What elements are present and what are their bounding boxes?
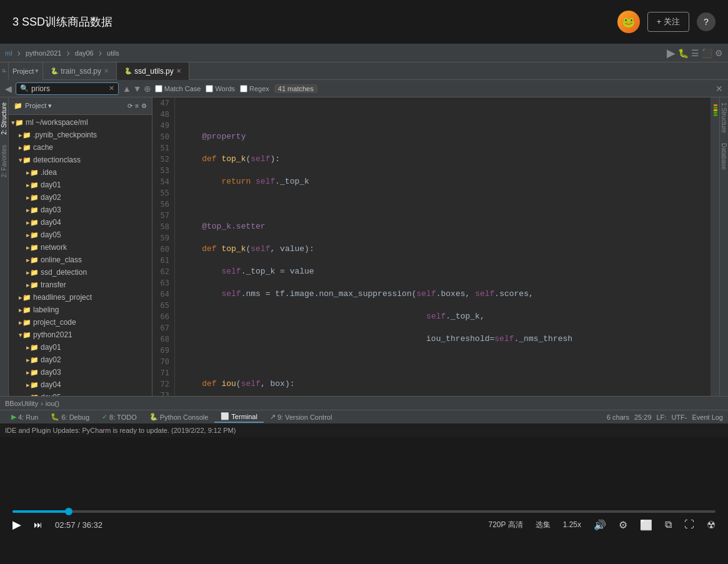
tree-item-dc-day03[interactable]: ▸📁 day03	[9, 204, 152, 216]
debug-btn[interactable]: 🐛	[678, 48, 689, 58]
regex-checkbox[interactable]	[240, 85, 247, 92]
structure-tab[interactable]: 2: Structure	[0, 97, 9, 140]
bottom-tab-version-control[interactable]: ↗ 9: Version Control	[264, 412, 338, 422]
python-console-icon: 🐍	[149, 413, 158, 421]
tree-item-py-day01[interactable]: ▸📁 day01	[9, 341, 152, 354]
quality-button[interactable]: 720P 高清	[488, 520, 522, 530]
tree-item-detectionclass[interactable]: ▾📁 detectionclass	[9, 154, 152, 166]
bottom-tab-todo[interactable]: ✓ 8: TODO	[96, 412, 143, 422]
tree-item-py-day05[interactable]: ▸📁 day05	[9, 391, 152, 396]
folder-icon-ssd-detection: ▸📁	[26, 269, 39, 277]
progress-bar-bg[interactable]	[12, 510, 716, 513]
tree-item-idea[interactable]: ▸📁 .idea	[9, 166, 152, 179]
scroll-mark-4	[714, 112, 717, 114]
screen-icon[interactable]: ⬜	[640, 519, 652, 531]
encoding: UTF-	[671, 413, 687, 421]
tree-label-headlines: headlines_project	[33, 293, 92, 302]
volume-icon[interactable]: 🔊	[594, 519, 606, 531]
tree-item-network[interactable]: ▸📁 network	[9, 241, 152, 254]
stop-btn[interactable]: ⬛	[702, 48, 712, 58]
regex-option[interactable]: Regex	[240, 85, 269, 92]
search-input[interactable]	[31, 84, 106, 93]
bottom-breadcrumb: BBoxUtility › iou()	[0, 396, 728, 410]
tree-collapse-btn[interactable]: ≡	[135, 102, 139, 109]
tree-item-project-code[interactable]: ▸📁 project_code	[9, 316, 152, 329]
words-label: Words	[215, 85, 235, 92]
tree-item-ssd-detection[interactable]: ▸📁 ssd_detection	[9, 266, 152, 279]
left-panel-tabs: 2: Structure 2: Favorites	[0, 97, 9, 396]
settings-icon[interactable]: ⚙	[619, 519, 627, 531]
search-filter[interactable]: ⊕	[144, 84, 151, 94]
tab-utils[interactable]: utils	[107, 49, 119, 57]
line-59: 59	[152, 232, 169, 244]
words-option[interactable]: Words	[206, 85, 235, 92]
tree-item-cache[interactable]: ▸📁 cache	[9, 141, 152, 154]
bottom-tab-debug[interactable]: 🐛 6: Debug	[44, 412, 96, 422]
run-btn[interactable]: ▶	[667, 46, 676, 60]
line-67: 67	[152, 322, 169, 334]
playback-speed[interactable]: 1.25x	[563, 520, 581, 529]
search-options: Match Case Words Regex 41 matches	[155, 84, 317, 93]
title-bar: 3 SSD训练商品数据 🐸 + 关注 ?	[0, 0, 728, 44]
build-btn[interactable]: ⚙	[715, 48, 723, 58]
tree-item-online-class[interactable]: ▸📁 online_class	[9, 254, 152, 266]
tree-item-dc-day05[interactable]: ▸📁 day05	[9, 229, 152, 241]
pip-icon[interactable]: ⧉	[665, 519, 672, 530]
favorites-tab[interactable]: 2: Favorites	[0, 140, 9, 182]
tree-item-py-day03[interactable]: ▸📁 day03	[9, 366, 152, 378]
follow-button[interactable]: + 关注	[647, 12, 689, 32]
search-left-arrow[interactable]: ◀	[5, 84, 12, 94]
tree-item-dc-day02[interactable]: ▸📁 day02	[9, 191, 152, 204]
tree-settings-btn[interactable]: ⚙	[141, 102, 147, 109]
search-prev[interactable]: ▲	[122, 84, 131, 94]
line-70: 70	[152, 356, 169, 367]
video-area: ▶ ⏭ 02:57 / 36:32 720P 高清 选集 1.25x 🔊 ⚙ ⬜…	[0, 437, 728, 538]
coverage-btn[interactable]: ☰	[691, 48, 699, 58]
tree-item-ml[interactable]: ▾📁 ml ~/workspace/ml	[9, 116, 152, 129]
tree-item-py-day02[interactable]: ▸📁 day02	[9, 354, 152, 366]
tab-ml[interactable]: ml	[5, 49, 12, 57]
close-utils-tab[interactable]: ✕	[176, 67, 181, 74]
folder-icon-dc-day04: ▸📁	[26, 219, 39, 227]
tree-item-headlines[interactable]: ▸📁 headlines_project	[9, 291, 152, 304]
tree-item-pynib[interactable]: ▸📁 .pynib_checkpoints	[9, 129, 152, 141]
tree-sync-btn[interactable]: ⟳	[127, 102, 132, 109]
bottom-tab-terminal[interactable]: ⬜ Terminal	[214, 411, 264, 423]
words-checkbox[interactable]	[206, 85, 213, 92]
next-button[interactable]: ⏭	[34, 520, 42, 530]
bottom-tab-python-console[interactable]: 🐍 Python Console	[143, 412, 215, 422]
tree-item-labeling[interactable]: ▸📁 labeling	[9, 304, 152, 316]
file-tab-train-ssd[interactable]: 🐍 train_ssd.py ✕	[43, 62, 117, 80]
tree-label-python2021: python2021	[33, 330, 72, 339]
bottom-tab-run[interactable]: ▶ 4: Run	[5, 412, 44, 422]
match-case-checkbox[interactable]	[155, 85, 162, 92]
help-button[interactable]: ?	[697, 12, 716, 31]
database-right-label[interactable]: Database	[719, 138, 728, 175]
clear-search[interactable]: ✕	[109, 84, 114, 92]
code-content[interactable]: @property def top_k(self): return self._…	[175, 97, 711, 396]
file-tab-ssd-utils[interactable]: 🐍 ssd_utils.py ✕	[117, 62, 189, 80]
event-log[interactable]: Event Log	[692, 413, 723, 421]
tree-item-transfer[interactable]: ▸📁 transfer	[9, 279, 152, 291]
left-panel-tab[interactable]: P	[0, 62, 9, 80]
progress-dot[interactable]	[65, 508, 72, 515]
fullscreen-icon[interactable]: ⛶	[684, 519, 694, 530]
play-button[interactable]: ▶	[12, 518, 21, 532]
danmaku-icon[interactable]: ☢	[707, 519, 716, 531]
tree-item-py-day04[interactable]: ▸📁 day04	[9, 378, 152, 391]
code-line-47	[182, 109, 703, 120]
project-arrow[interactable]: ▾	[35, 67, 39, 75]
structure-right-label[interactable]: 1:Structure	[719, 97, 728, 138]
tree-item-python2021[interactable]: ▾📁 python2021	[9, 329, 152, 341]
code-scrollbar[interactable]	[711, 97, 719, 396]
tab-day06[interactable]: day06	[75, 49, 94, 57]
select-button[interactable]: 选集	[536, 520, 551, 530]
tree-item-dc-day01[interactable]: ▸📁 day01	[9, 179, 152, 191]
search-next[interactable]: ▼	[133, 84, 142, 94]
tree-item-dc-day04[interactable]: ▸📁 day04	[9, 216, 152, 229]
search-bar: ◀ 🔍 ✕ ▲ ▼ ⊕ Match Case Words Regex 41	[0, 80, 728, 97]
match-case-option[interactable]: Match Case	[155, 85, 201, 92]
tab-python2021[interactable]: python2021	[26, 49, 62, 57]
close-search-btn[interactable]: ✕	[716, 84, 723, 94]
close-train-tab[interactable]: ✕	[104, 67, 109, 74]
